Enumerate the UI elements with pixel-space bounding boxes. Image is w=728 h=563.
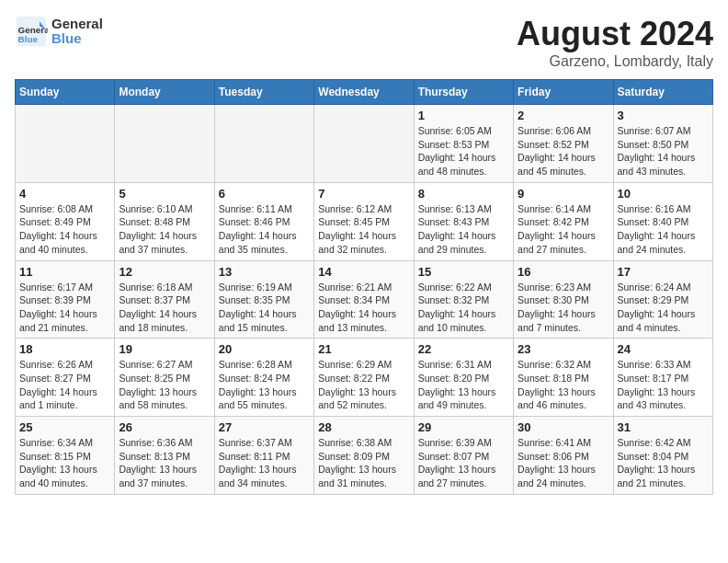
calendar-cell: 19Sunrise: 6:27 AM Sunset: 8:25 PM Dayli… — [115, 339, 214, 417]
day-number: 4 — [19, 187, 110, 201]
day-number: 27 — [219, 420, 310, 434]
day-info: Sunrise: 6:16 AM Sunset: 8:40 PM Dayligh… — [618, 202, 709, 257]
logo-icon: General Blue — [15, 15, 48, 48]
day-number: 28 — [318, 420, 409, 434]
day-info: Sunrise: 6:39 AM Sunset: 8:07 PM Dayligh… — [418, 436, 509, 490]
day-number: 10 — [618, 187, 709, 201]
page-header: General Blue General Blue August 2024 Ga… — [15, 15, 713, 70]
day-number: 26 — [119, 420, 210, 434]
weekday-header-thursday: Thursday — [414, 80, 513, 105]
day-info: Sunrise: 6:34 AM Sunset: 8:15 PM Dayligh… — [19, 436, 110, 490]
calendar-cell: 16Sunrise: 6:23 AM Sunset: 8:30 PM Dayli… — [514, 260, 613, 339]
day-info: Sunrise: 6:27 AM Sunset: 8:25 PM Dayligh… — [119, 358, 210, 412]
calendar-cell: 24Sunrise: 6:33 AM Sunset: 8:17 PM Dayli… — [613, 339, 712, 417]
weekday-header-tuesday: Tuesday — [214, 80, 313, 105]
day-number: 17 — [618, 265, 709, 279]
calendar-cell: 23Sunrise: 6:32 AM Sunset: 8:18 PM Dayli… — [514, 339, 613, 417]
day-number: 5 — [119, 187, 210, 201]
day-number: 14 — [318, 265, 409, 279]
day-info: Sunrise: 6:36 AM Sunset: 8:13 PM Dayligh… — [119, 436, 210, 490]
day-info: Sunrise: 6:13 AM Sunset: 8:43 PM Dayligh… — [418, 202, 509, 257]
calendar-cell: 31Sunrise: 6:42 AM Sunset: 8:04 PM Dayli… — [613, 417, 712, 495]
day-number: 30 — [518, 420, 609, 434]
day-info: Sunrise: 6:32 AM Sunset: 8:18 PM Dayligh… — [518, 358, 609, 412]
calendar-cell: 30Sunrise: 6:41 AM Sunset: 8:06 PM Dayli… — [514, 417, 613, 495]
calendar-cell: 2Sunrise: 6:06 AM Sunset: 8:52 PM Daylig… — [514, 105, 613, 183]
month-title: August 2024 — [517, 15, 713, 53]
calendar-cell: 5Sunrise: 6:10 AM Sunset: 8:48 PM Daylig… — [115, 182, 214, 260]
day-number: 7 — [318, 187, 409, 201]
calendar-cell: 14Sunrise: 6:21 AM Sunset: 8:34 PM Dayli… — [314, 260, 414, 339]
day-number: 16 — [518, 265, 609, 279]
calendar-cell: 1Sunrise: 6:05 AM Sunset: 8:53 PM Daylig… — [414, 105, 513, 183]
day-info: Sunrise: 6:41 AM Sunset: 8:06 PM Dayligh… — [518, 436, 609, 490]
day-info: Sunrise: 6:14 AM Sunset: 8:42 PM Dayligh… — [518, 202, 609, 257]
day-info: Sunrise: 6:28 AM Sunset: 8:24 PM Dayligh… — [219, 358, 310, 412]
weekday-header-wednesday: Wednesday — [314, 80, 414, 105]
day-info: Sunrise: 6:42 AM Sunset: 8:04 PM Dayligh… — [618, 436, 709, 490]
week-row-4: 18Sunrise: 6:26 AM Sunset: 8:27 PM Dayli… — [16, 339, 713, 417]
logo: General Blue General Blue — [15, 15, 103, 48]
day-info: Sunrise: 6:24 AM Sunset: 8:29 PM Dayligh… — [618, 281, 709, 335]
calendar-cell: 15Sunrise: 6:22 AM Sunset: 8:32 PM Dayli… — [414, 260, 513, 339]
day-number: 2 — [518, 109, 609, 122]
week-row-2: 4Sunrise: 6:08 AM Sunset: 8:49 PM Daylig… — [16, 182, 713, 260]
day-number: 22 — [418, 342, 509, 356]
calendar-cell: 21Sunrise: 6:29 AM Sunset: 8:22 PM Dayli… — [314, 339, 414, 417]
calendar-cell: 11Sunrise: 6:17 AM Sunset: 8:39 PM Dayli… — [16, 260, 115, 339]
calendar-cell: 9Sunrise: 6:14 AM Sunset: 8:42 PM Daylig… — [514, 182, 613, 260]
week-row-3: 11Sunrise: 6:17 AM Sunset: 8:39 PM Dayli… — [16, 260, 713, 339]
day-info: Sunrise: 6:06 AM Sunset: 8:52 PM Dayligh… — [518, 124, 609, 178]
day-number: 25 — [19, 420, 110, 434]
day-info: Sunrise: 6:21 AM Sunset: 8:34 PM Dayligh… — [318, 281, 409, 335]
weekday-header-saturday: Saturday — [613, 80, 712, 105]
calendar-cell: 3Sunrise: 6:07 AM Sunset: 8:50 PM Daylig… — [613, 105, 712, 183]
day-info: Sunrise: 6:18 AM Sunset: 8:37 PM Dayligh… — [119, 281, 210, 335]
weekday-header-sunday: Sunday — [16, 80, 115, 105]
calendar-cell: 13Sunrise: 6:19 AM Sunset: 8:35 PM Dayli… — [214, 260, 313, 339]
day-number: 29 — [418, 420, 509, 434]
calendar-cell: 4Sunrise: 6:08 AM Sunset: 8:49 PM Daylig… — [16, 182, 115, 260]
calendar-table: SundayMondayTuesdayWednesdayThursdayFrid… — [15, 79, 713, 495]
calendar-header: SundayMondayTuesdayWednesdayThursdayFrid… — [16, 80, 713, 105]
day-number: 11 — [19, 265, 110, 279]
calendar-cell: 8Sunrise: 6:13 AM Sunset: 8:43 PM Daylig… — [414, 182, 513, 260]
day-number: 15 — [418, 265, 509, 279]
day-number: 21 — [318, 342, 409, 356]
day-info: Sunrise: 6:10 AM Sunset: 8:48 PM Dayligh… — [119, 202, 210, 257]
day-info: Sunrise: 6:12 AM Sunset: 8:45 PM Dayligh… — [318, 202, 409, 257]
day-info: Sunrise: 6:29 AM Sunset: 8:22 PM Dayligh… — [318, 358, 409, 412]
calendar-cell: 7Sunrise: 6:12 AM Sunset: 8:45 PM Daylig… — [314, 182, 414, 260]
day-number: 31 — [618, 420, 709, 434]
weekday-header-monday: Monday — [115, 80, 214, 105]
calendar-cell: 26Sunrise: 6:36 AM Sunset: 8:13 PM Dayli… — [115, 417, 214, 495]
day-info: Sunrise: 6:37 AM Sunset: 8:11 PM Dayligh… — [219, 436, 310, 490]
calendar-cell: 27Sunrise: 6:37 AM Sunset: 8:11 PM Dayli… — [214, 417, 313, 495]
day-number: 6 — [219, 187, 310, 201]
calendar-cell: 20Sunrise: 6:28 AM Sunset: 8:24 PM Dayli… — [214, 339, 313, 417]
day-number: 8 — [418, 187, 509, 201]
calendar-cell — [16, 105, 115, 183]
day-info: Sunrise: 6:19 AM Sunset: 8:35 PM Dayligh… — [219, 281, 310, 335]
calendar-cell: 29Sunrise: 6:39 AM Sunset: 8:07 PM Dayli… — [414, 417, 513, 495]
svg-text:Blue: Blue — [18, 34, 39, 44]
day-number: 20 — [219, 342, 310, 356]
calendar-cell: 17Sunrise: 6:24 AM Sunset: 8:29 PM Dayli… — [613, 260, 712, 339]
day-info: Sunrise: 6:08 AM Sunset: 8:49 PM Dayligh… — [19, 202, 110, 257]
day-number: 9 — [518, 187, 609, 201]
day-info: Sunrise: 6:23 AM Sunset: 8:30 PM Dayligh… — [518, 281, 609, 335]
day-info: Sunrise: 6:38 AM Sunset: 8:09 PM Dayligh… — [318, 436, 409, 490]
calendar-cell: 25Sunrise: 6:34 AM Sunset: 8:15 PM Dayli… — [16, 417, 115, 495]
day-info: Sunrise: 6:22 AM Sunset: 8:32 PM Dayligh… — [418, 281, 509, 335]
day-number: 18 — [19, 342, 110, 356]
calendar-cell — [214, 105, 313, 183]
day-info: Sunrise: 6:17 AM Sunset: 8:39 PM Dayligh… — [19, 281, 110, 335]
calendar-cell: 12Sunrise: 6:18 AM Sunset: 8:37 PM Dayli… — [115, 260, 214, 339]
calendar-cell: 22Sunrise: 6:31 AM Sunset: 8:20 PM Dayli… — [414, 339, 513, 417]
day-info: Sunrise: 6:05 AM Sunset: 8:53 PM Dayligh… — [418, 124, 509, 178]
location: Garzeno, Lombardy, Italy — [517, 53, 713, 70]
day-info: Sunrise: 6:33 AM Sunset: 8:17 PM Dayligh… — [618, 358, 709, 412]
weekday-row: SundayMondayTuesdayWednesdayThursdayFrid… — [16, 80, 713, 105]
week-row-5: 25Sunrise: 6:34 AM Sunset: 8:15 PM Dayli… — [16, 417, 713, 495]
day-info: Sunrise: 6:26 AM Sunset: 8:27 PM Dayligh… — [19, 358, 110, 412]
